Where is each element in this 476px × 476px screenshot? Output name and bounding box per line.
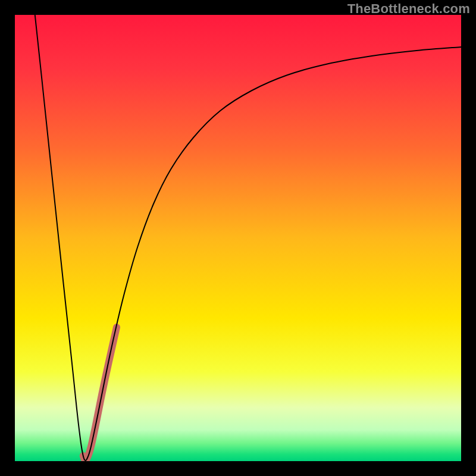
gradient-background (15, 15, 461, 461)
chart-svg (15, 15, 461, 461)
plot-area (15, 15, 461, 461)
watermark-text: TheBottleneck.com (347, 1, 470, 17)
chart-frame: TheBottleneck.com (0, 0, 476, 476)
